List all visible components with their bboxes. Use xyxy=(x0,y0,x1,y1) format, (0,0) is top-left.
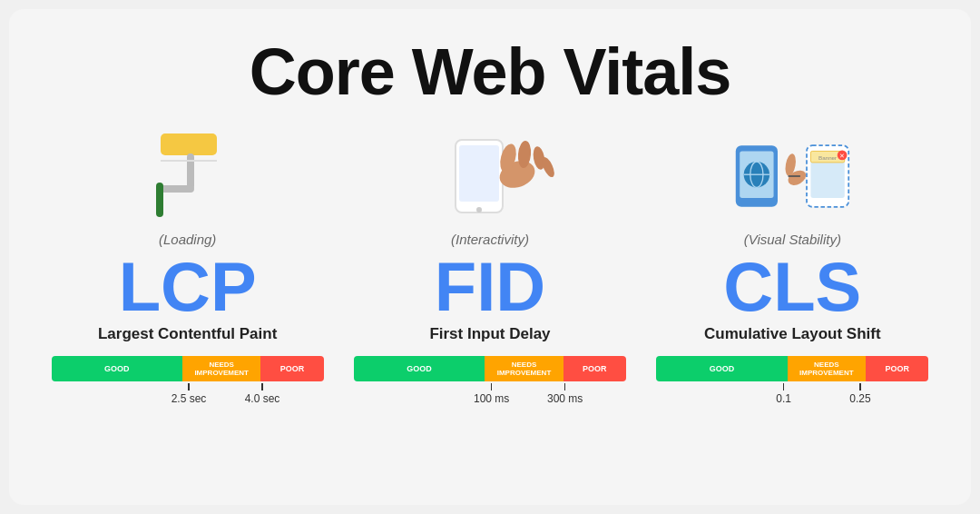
lcp-tick2-line xyxy=(261,383,263,390)
fid-tick1-line xyxy=(491,383,493,390)
metric-fid: (Interactivity) FID First Input Delay GO… xyxy=(348,126,632,412)
cls-tick2-label: 0.25 xyxy=(849,392,870,405)
lcp-abbr: LCP xyxy=(119,252,257,321)
paint-roller-icon xyxy=(142,126,233,226)
fid-bar-poor: POOR xyxy=(564,356,626,381)
metric-cls: Banner ✕ (Visual Stability) CLS Cumulati… xyxy=(651,126,935,412)
svg-text:Banner: Banner xyxy=(818,154,837,161)
lcp-good-label: GOOD xyxy=(104,364,130,374)
fid-tick1-label: 100 ms xyxy=(474,392,509,405)
lcp-bar: GOOD NEEDS IMPROVEMENT POOR 2.5 sec xyxy=(52,356,324,405)
fid-full-name: First Input Delay xyxy=(429,325,550,343)
lcp-tick2: 4.0 sec xyxy=(245,383,280,405)
fid-subtitle: (Interactivity) xyxy=(451,232,529,247)
lcp-bar-track: GOOD NEEDS IMPROVEMENT POOR xyxy=(52,356,324,381)
cls-ticks: 0.1 0.25 xyxy=(656,383,928,405)
cls-tick1: 0.1 xyxy=(776,383,791,405)
svg-rect-0 xyxy=(161,133,217,155)
cls-good-label: GOOD xyxy=(710,364,735,374)
fid-tick2-label: 300 ms xyxy=(547,392,583,405)
fid-bar-good: GOOD xyxy=(354,356,485,381)
cls-needs-label: NEEDS IMPROVEMENT xyxy=(799,361,854,378)
fid-good-label: GOOD xyxy=(407,364,432,374)
lcp-ticks: 2.5 sec 4.0 sec xyxy=(52,383,324,405)
fid-bar-needs: NEEDS IMPROVEMENT xyxy=(485,356,564,381)
page-title: Core Web Vitals xyxy=(250,36,731,108)
metric-lcp: (Loading) LCP Largest Contentful Paint G… xyxy=(45,126,329,412)
fid-icon-area xyxy=(417,126,563,226)
lcp-subtitle: (Loading) xyxy=(159,232,216,247)
lcp-full-name: Largest Contentful Paint xyxy=(98,325,277,343)
lcp-bar-poor: POOR xyxy=(260,356,323,381)
lcp-tick2-label: 4.0 sec xyxy=(245,392,280,405)
cls-abbr: CLS xyxy=(723,252,861,321)
cls-tick2-line xyxy=(859,383,861,390)
cls-bar-track: GOOD NEEDS IMPROVEMENT POOR xyxy=(656,356,928,381)
metrics-row: (Loading) LCP Largest Contentful Paint G… xyxy=(45,126,935,412)
cls-icon-area: Banner ✕ xyxy=(720,126,865,226)
fid-needs-label: NEEDS IMPROVEMENT xyxy=(497,361,552,378)
fid-poor-label: POOR xyxy=(583,364,607,374)
cls-tick1-line xyxy=(783,383,785,390)
cls-bar: GOOD NEEDS IMPROVEMENT POOR 0.1 xyxy=(656,356,928,405)
fid-tick2-line xyxy=(564,383,566,390)
fid-abbr: FID xyxy=(435,252,545,321)
cls-tick1-label: 0.1 xyxy=(776,392,791,405)
svg-rect-1 xyxy=(187,153,194,190)
fid-bar-track: GOOD NEEDS IMPROVEMENT POOR xyxy=(354,356,626,381)
cls-subtitle: (Visual Stability) xyxy=(744,232,841,247)
svg-text:✕: ✕ xyxy=(839,153,845,160)
cls-bar-good: GOOD xyxy=(656,356,787,381)
lcp-tick1-line xyxy=(188,383,190,390)
lcp-icon-area xyxy=(115,126,260,226)
lcp-needs-label: NEEDS IMPROVEMENT xyxy=(194,361,249,378)
main-card: Core Web Vitals (Loading) xyxy=(9,9,971,505)
touch-phone-icon xyxy=(417,131,563,222)
lcp-bar-good: GOOD xyxy=(52,356,182,381)
lcp-bar-needs: NEEDS IMPROVEMENT xyxy=(182,356,261,381)
lcp-poor-label: POOR xyxy=(280,364,305,374)
fid-tick1: 100 ms xyxy=(474,383,509,405)
svg-point-7 xyxy=(476,207,482,213)
svg-rect-6 xyxy=(459,145,499,202)
cls-bar-needs: NEEDS IMPROVEMENT xyxy=(788,356,867,381)
fid-bar: GOOD NEEDS IMPROVEMENT POOR 100 ms xyxy=(354,356,626,405)
cls-bar-poor: POOR xyxy=(866,356,928,381)
cls-full-name: Cumulative Layout Shift xyxy=(704,325,881,343)
lcp-tick1: 2.5 sec xyxy=(172,383,207,405)
visual-stability-icon: Banner ✕ xyxy=(720,131,865,222)
lcp-tick1-label: 2.5 sec xyxy=(172,392,207,405)
cls-poor-label: POOR xyxy=(885,364,909,374)
fid-tick2: 300 ms xyxy=(547,383,583,405)
cls-tick2: 0.25 xyxy=(849,383,870,405)
fid-ticks: 100 ms 300 ms xyxy=(354,383,626,405)
svg-rect-3 xyxy=(156,183,163,217)
